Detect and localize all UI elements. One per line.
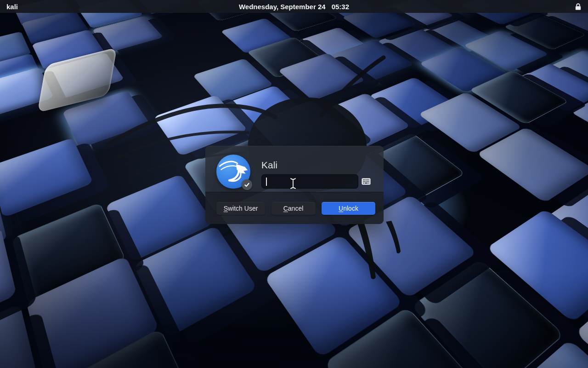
unlock-button[interactable]: Unlock — [322, 202, 375, 215]
avatar — [216, 155, 250, 189]
dialog-actions: Switch User Cancel Unlock — [205, 192, 384, 224]
date-label: Wednesday, September 24 — [239, 3, 326, 11]
lock-screen: kali Wednesday, September 2405:32 — [0, 0, 588, 368]
keyboard-icon[interactable] — [360, 177, 372, 186]
password-input[interactable] — [261, 174, 358, 189]
unlock-dialog: Kali Switch User Cancel U — [205, 146, 384, 224]
top-panel: kali Wednesday, September 2405:32 — [0, 0, 588, 13]
check-icon — [243, 181, 250, 188]
cancel-button[interactable]: Cancel — [271, 202, 316, 215]
username-label: Kali — [261, 160, 277, 171]
clock: Wednesday, September 2405:32 — [0, 3, 588, 11]
hostname-label: kali — [6, 3, 18, 11]
checkmark-badge — [242, 179, 252, 190]
switch-user-button[interactable]: Switch User — [216, 202, 265, 215]
lock-icon — [575, 3, 582, 11]
time-label: 05:32 — [332, 3, 349, 11]
text-caret — [266, 178, 267, 186]
